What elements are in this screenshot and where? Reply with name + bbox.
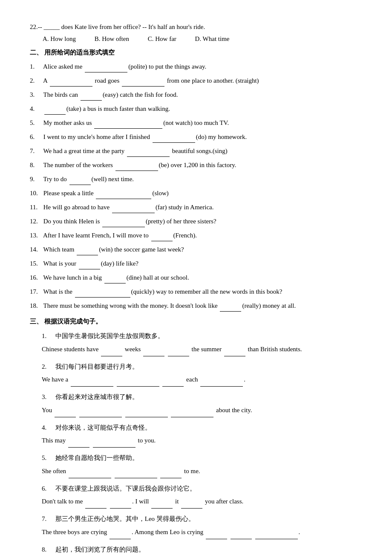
option-d-label: D.	[195, 35, 203, 42]
s2-item-15: 15. What is your (day) life like?	[30, 258, 366, 269]
option-a-text: How long	[50, 35, 76, 42]
s3-item-3: 3. 你看起来对这座城市很了解。 You about the city.	[30, 391, 366, 417]
option-d: D. What time	[195, 35, 230, 43]
s2-item-8: 8. The number of the workers (be) over 1…	[30, 159, 366, 171]
s2-item-10: 10. Please speak a little (slow)	[30, 188, 366, 199]
s2-item-2: 2. A road goes from one place to another…	[30, 75, 366, 87]
s2-item-18: 18. There must be something wrong with t…	[30, 300, 366, 312]
section3-title: 三、 根据汉语完成句子。	[30, 316, 366, 327]
s3-item-1: 1. 中国学生暑假比英国学生放假周数多。 Chinese students ha…	[30, 330, 366, 356]
s3-item-5: 5. 她经常自愿给我们一些帮助。 She often to me.	[30, 452, 366, 478]
option-c-label: C.	[148, 35, 156, 42]
s2-item-14: 14. Which team (win) the soccer game las…	[30, 244, 366, 255]
s3-item-7: 7. 那三个男生正伤心地哭。其中，Leo 哭得最伤心。 The three bo…	[30, 513, 366, 539]
option-c: C. How far	[148, 35, 176, 43]
q22-text: 22.-- _____ does Kate live from her offi…	[30, 23, 205, 30]
s2-item-9: 9. Try to do (well) next time.	[30, 173, 366, 185]
s2-item-17: 17. What is the (quickly) way to remembe…	[30, 286, 366, 298]
option-a: A. How long	[43, 35, 76, 43]
s3-item-6: 6. 不要在课堂上跟我说话。下课后我会跟你讨论它。 Don't talk to …	[30, 483, 366, 509]
option-d-text: What time	[203, 35, 230, 42]
option-c-text: How far	[155, 35, 176, 42]
s2-item-16: 16. We have lunch in a big (dine) hall a…	[30, 272, 366, 283]
s3-item-2: 2. 我们每门科目都要进行月考。 We have a each .	[30, 361, 366, 387]
s2-item-6: 6. I went to my uncle's home after I fin…	[30, 131, 366, 143]
option-b-label: B.	[95, 35, 102, 42]
q22-options: A. How long B. How often C. How far D. W…	[43, 35, 366, 43]
option-a-label: A.	[43, 35, 50, 42]
option-b-text: How often	[102, 35, 129, 42]
s2-item-12: 12. Do you think Helen is (pretty) of he…	[30, 216, 366, 227]
s2-item-4: 4. (take) a bus is much faster than walk…	[30, 103, 366, 115]
s2-item-7: 7. We had a great time at the party beau…	[30, 145, 366, 157]
question-22: 22.-- _____ does Kate live from her offi…	[30, 21, 366, 33]
option-b: B. How often	[95, 35, 129, 43]
s2-item-11: 11. He will go abroad to have (far) stud…	[30, 202, 366, 213]
s2-item-1: 1. Alice asked me (polite) to put the th…	[30, 61, 366, 72]
s3-item-8: 8. 起初，我们浏览了所有的问题。 , we all the questions…	[30, 543, 366, 555]
s2-item-3: 3. The birds can (easy) catch the fish f…	[30, 89, 366, 101]
s2-item-5: 5. My mother asks us (not watch) too muc…	[30, 117, 366, 129]
section2-title: 二、 用所给词的适当形式填空	[30, 47, 366, 58]
s3-item-4: 4. 对你来说，这可能似乎有点奇怪。 This may to you.	[30, 422, 366, 448]
s2-item-13: 13. After I have learnt French, I will m…	[30, 230, 366, 241]
